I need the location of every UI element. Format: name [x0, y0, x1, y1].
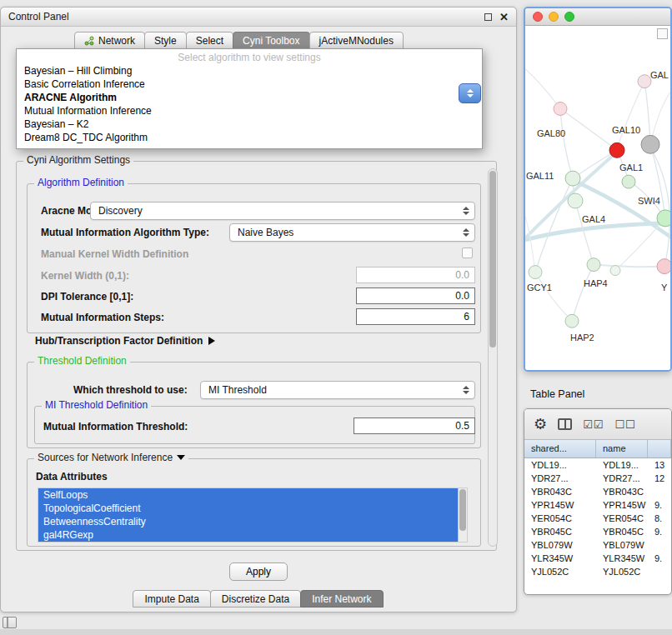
hide-panel-icon[interactable] [3, 617, 17, 628]
deselect-all-icon[interactable]: ☐☐ [614, 418, 635, 431]
tab-infer-network[interactable]: Infer Network [300, 590, 383, 608]
dpi-tolerance-field[interactable]: 0.0 [356, 288, 475, 304]
mi-threshold-field[interactable]: 0.5 [354, 418, 475, 434]
algorithm-option[interactable]: Bayesian – K2 [17, 118, 482, 131]
table-body: YDL19...YDL19...13 YDR27...YDR27...12 YB… [524, 458, 671, 578]
table-header-row: shared... name [524, 440, 671, 458]
tab-impute-data[interactable]: Impute Data [133, 590, 210, 608]
node-gal4[interactable] [568, 193, 583, 208]
table-row[interactable]: YBR043CYBR043C [524, 485, 671, 498]
column-selector-icon[interactable] [558, 418, 572, 430]
tab-label: Network [98, 35, 135, 47]
table-row[interactable]: YDR27...YDR27...12 [524, 472, 671, 485]
settings-group-title: Cyni Algorithm Settings [23, 154, 133, 166]
algorithm-option[interactable]: Bayesian – Hill Climbing [17, 64, 482, 78]
dropdown-placeholder: Select algorithm to view settings [17, 52, 482, 64]
hub-definition-label: Hub/Transcription Factor Definition [35, 335, 203, 347]
node-hap4[interactable] [587, 258, 600, 272]
algorithm-option[interactable]: Basic Correlation Inference [17, 78, 482, 91]
tab-select[interactable]: Select [186, 32, 233, 49]
which-threshold-combo[interactable]: MI Threshold [200, 381, 475, 399]
table-panel-window: ⚙ ☑☑ ☐☐ shared... name YDL19...YDL19...1… [524, 408, 672, 595]
float-window-icon[interactable] [484, 13, 492, 21]
algorithm-combo-button[interactable] [459, 83, 481, 103]
column-header[interactable]: name [596, 440, 648, 458]
network-window-titlebar[interactable] [525, 8, 670, 26]
network-labels: GAL80 GAL10 GAL11 GAL1 SWI4 GAL4 GCY1 HA… [526, 70, 669, 342]
column-header[interactable] [648, 440, 671, 458]
zoom-traffic-light[interactable] [564, 12, 574, 22]
tab-discretize-data[interactable]: Discretize Data [210, 590, 301, 608]
control-panel-titlebar[interactable]: Control Panel ✕ [1, 8, 516, 27]
tab-label: Cyni Toolbox [243, 35, 299, 47]
table-row[interactable]: YDL19...YDL19...13 [524, 458, 671, 472]
data-attributes-label: Data Attributes [36, 471, 108, 482]
table-row[interactable]: YBR045CYBR045C9. [524, 525, 671, 538]
tab-label: jActiveMNodules [319, 35, 394, 47]
combo-value: MI Threshold [208, 384, 267, 396]
tab-label: Discretize Data [222, 593, 289, 605]
close-traffic-light[interactable] [533, 12, 543, 22]
node-gcy1[interactable] [529, 266, 542, 279]
combo-value: Discovery [98, 205, 143, 217]
table-row[interactable]: YJL052CYJL052C [524, 565, 671, 578]
manual-kernel-width-checkbox[interactable] [462, 248, 473, 258]
algorithm-option[interactable]: Dream8 DC_TDC Algorithm [17, 131, 482, 144]
table-row[interactable]: YBL079WYBL079W [524, 538, 671, 552]
data-attributes-list[interactable]: SelfLoops TopologicalCoefficient Between… [38, 488, 468, 542]
tab-label: Select [196, 35, 223, 47]
attribute-item[interactable]: BetweennessCentrality [38, 515, 458, 528]
combo-arrows-icon [463, 207, 469, 215]
attribute-item[interactable]: gal4RGexp [38, 528, 458, 542]
node-swi4[interactable] [657, 210, 670, 227]
tab-network[interactable]: Network [74, 32, 145, 49]
kernel-width-label: Kernel Width (0,1): [41, 270, 129, 282]
node-center-small[interactable] [610, 266, 620, 276]
node-pale-pink[interactable] [554, 102, 567, 116]
tab-cyni-toolbox[interactable]: Cyni Toolbox [233, 32, 309, 49]
gear-icon[interactable]: ⚙ [534, 417, 547, 432]
kernel-width-field[interactable]: 0.0 [356, 267, 475, 283]
node-gal1[interactable] [622, 175, 635, 188]
node-label: SWI4 [638, 196, 660, 206]
node-gal11[interactable] [565, 171, 580, 186]
window-title: Control Panel [8, 11, 69, 22]
sources-group-title[interactable]: Sources for Network Inference [34, 452, 188, 463]
combo-arrows-icon [463, 386, 469, 394]
algorithm-option[interactable]: Mutual Information Inference [17, 104, 482, 118]
mi-algorithm-type-combo[interactable]: Naive Bayes [229, 223, 475, 242]
canvas-overview-toggle[interactable] [657, 28, 668, 39]
network-canvas[interactable]: GAL80 GAL10 GAL11 GAL1 SWI4 GAL4 GCY1 HA… [525, 26, 670, 370]
node-pink-right[interactable] [657, 259, 670, 274]
node-label: HAP4 [584, 279, 608, 289]
node-label: HAP2 [570, 332, 594, 342]
tab-style[interactable]: Style [144, 32, 187, 49]
algorithm-definition-title: Algorithm Definition [34, 177, 128, 188]
attributes-scrollbar[interactable] [458, 488, 467, 542]
table-row[interactable]: YLR345WYLR345W9. [524, 552, 671, 565]
node-hap2[interactable] [565, 314, 579, 328]
node-label: GAL [650, 70, 669, 80]
attribute-item[interactable]: SelfLoops [38, 488, 458, 502]
table-row[interactable]: YER054CYER054C8. [524, 512, 671, 525]
attribute-item[interactable]: TopologicalCoefficient [38, 502, 458, 515]
aracne-mode-combo[interactable]: Discovery [90, 202, 475, 220]
node-pale-pink-top[interactable] [638, 75, 651, 88]
table-row[interactable]: YPR145WYPR145W9. [524, 498, 671, 512]
node-label: GCY1 [527, 282, 552, 292]
collapse-arrow-icon [177, 455, 185, 460]
node-label: GAL80 [537, 128, 565, 138]
table-toolbar: ⚙ ☑☑ ☐☐ [524, 409, 671, 440]
column-header[interactable]: shared... [524, 440, 596, 458]
apply-button[interactable]: Apply [229, 562, 288, 581]
settings-scrollbar[interactable] [488, 168, 498, 547]
mi-steps-field[interactable]: 6 [356, 308, 475, 325]
minimize-traffic-light[interactable] [549, 12, 559, 22]
node-red-selected[interactable] [609, 142, 624, 158]
select-all-icon[interactable]: ☑☑ [583, 418, 604, 431]
tab-jactivemnodules[interactable]: jActiveMNodules [309, 32, 404, 49]
hub-definition-toggle[interactable]: Hub/Transcription Factor Definition [35, 335, 215, 347]
node-gray-gal10[interactable] [641, 135, 659, 153]
algorithm-option-selected[interactable]: ARACNE Algorithm [17, 91, 482, 104]
close-icon[interactable]: ✕ [499, 12, 509, 22]
